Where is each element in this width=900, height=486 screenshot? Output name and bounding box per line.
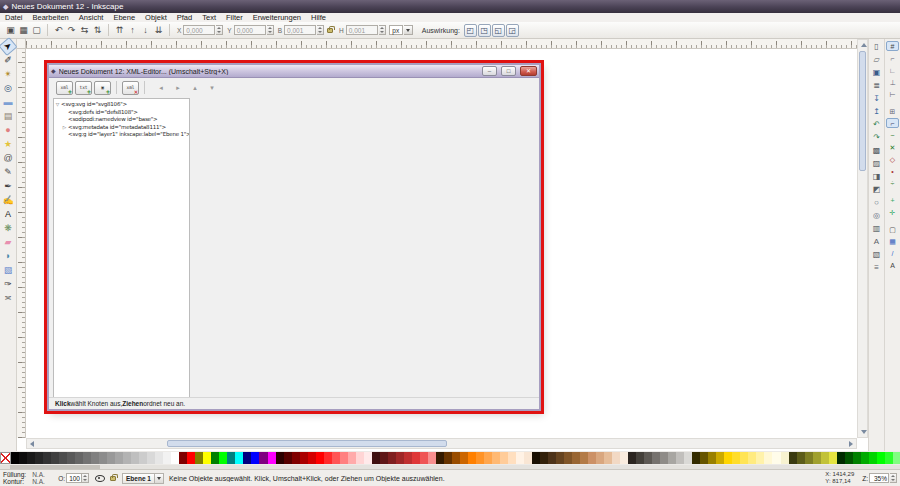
color-swatch[interactable] [219,452,227,464]
menu-item[interactable]: Ansicht [74,13,109,22]
color-swatch[interactable] [572,452,580,464]
menu-item[interactable]: Hilfe [306,13,331,22]
new-document-button[interactable]: ▯ [870,41,883,52]
color-swatch[interactable] [772,452,780,464]
scroll-left-icon[interactable] [30,441,34,447]
x-field[interactable]: 0,000 [183,25,215,35]
menu-item[interactable]: Text [197,13,221,22]
color-swatch[interactable] [700,452,708,464]
color-swatch[interactable] [580,452,588,464]
zoom-drawing-button[interactable]: ○ [870,197,883,208]
text-dialog-button[interactable]: A [870,236,883,247]
color-swatch[interactable] [131,452,139,464]
scroll-down-icon[interactable] [861,430,867,434]
spray-tool[interactable]: ❋ [1,222,15,235]
color-swatch[interactable] [853,452,861,464]
color-swatch[interactable] [43,452,51,464]
xml-tree-node[interactable]: <svg:defs id="defs8108"> [54,109,189,117]
color-swatch[interactable] [163,452,171,464]
star-tool[interactable]: ★ [1,138,15,151]
color-swatch[interactable] [428,452,436,464]
color-swatch[interactable] [532,452,540,464]
paste-button[interactable]: ▨ [870,158,883,169]
color-swatch[interactable] [171,452,179,464]
redo-button[interactable]: ↷ [870,132,883,143]
color-swatch[interactable] [460,452,468,464]
delete-node-button[interactable]: xml ✕ [122,81,139,95]
color-swatch[interactable] [179,452,187,464]
lower-to-bottom-button[interactable]: ⇊ [152,24,165,37]
move-node-down-button[interactable]: ▾ [206,82,218,94]
color-swatch[interactable] [139,452,147,464]
color-swatch[interactable] [268,452,276,464]
color-swatch[interactable] [251,452,259,464]
dropper-tool[interactable]: ✑ [1,278,15,291]
color-swatch[interactable] [11,452,19,464]
color-swatch[interactable] [187,452,195,464]
color-swatch[interactable] [684,452,692,464]
x-field-spinner[interactable] [216,25,223,35]
unit-select[interactable]: px [389,25,403,35]
lock-ratio-icon[interactable] [327,28,333,33]
indent-node-button[interactable]: ▸ [172,82,184,94]
color-swatch[interactable] [628,452,636,464]
color-swatch[interactable] [420,452,428,464]
layer-lock-icon[interactable] [110,476,116,481]
color-swatch[interactable] [588,452,596,464]
width-field-spinner[interactable] [317,25,324,35]
scale-stroke-toggle[interactable]: ◰ [464,24,477,37]
color-swatch[interactable] [300,452,308,464]
color-swatch[interactable] [476,452,484,464]
raise-button[interactable]: ↑ [126,24,139,37]
color-swatch[interactable] [284,452,292,464]
calligraphy-tool[interactable]: ✍ [1,194,15,207]
opacity-spinner[interactable] [82,473,89,483]
export-button[interactable]: ↥ [870,106,883,117]
color-swatch[interactable] [708,452,716,464]
horizontal-ruler[interactable] [26,39,857,49]
color-swatch[interactable] [716,452,724,464]
duplicate-node-button[interactable]: ▣ + [94,81,111,95]
color-swatch[interactable] [195,452,203,464]
snap-bbox-midpoint-button[interactable]: ⊢ [886,89,899,99]
gradient-tool[interactable]: ▧ [1,264,15,277]
horizontal-scrollbar[interactable] [26,438,857,449]
snap-enable-button[interactable]: # [886,41,899,51]
color-swatch[interactable] [67,452,75,464]
color-swatch[interactable] [540,452,548,464]
color-swatch[interactable] [644,452,652,464]
color-swatch[interactable] [740,452,748,464]
color-swatch[interactable] [404,452,412,464]
ellipse-tool[interactable]: ● [1,124,15,137]
xml-tree-node[interactable]: ▷ <svg:metadata id="metadata8111"> [54,124,189,132]
fill-value[interactable]: N.A. [32,471,50,479]
snap-text-baseline-button[interactable]: A [886,260,899,270]
color-swatch[interactable] [107,452,115,464]
scroll-up-icon[interactable] [861,43,867,47]
color-swatch[interactable] [596,452,604,464]
color-swatch[interactable] [732,452,740,464]
flip-horizontal-button[interactable]: ⇆ [78,24,91,37]
color-swatch[interactable] [444,452,452,464]
zoom-tool[interactable]: ◎ [1,82,15,95]
unit-dropdown-icon[interactable] [404,25,413,35]
rectangle-tool[interactable]: ▬ [1,96,15,109]
print-button[interactable]: ≣ [870,80,883,91]
color-swatch[interactable] [724,452,732,464]
color-swatch[interactable] [227,452,235,464]
select-all-button[interactable]: ▣ [4,24,17,37]
unindent-node-button[interactable]: ◂ [155,82,167,94]
snap-guide-button[interactable]: / [886,248,899,258]
color-swatch[interactable] [692,452,700,464]
dialog-close-button[interactable]: ✕ [520,66,537,76]
menu-item[interactable]: Ebene [108,13,140,22]
color-swatch[interactable] [75,452,83,464]
color-swatch[interactable] [756,452,764,464]
xml-tree-node[interactable]: ▽ <svg:svg id="svg8106"> [54,101,189,109]
layer-dropdown-icon[interactable] [155,473,164,484]
tweak-tool[interactable]: ✴ [1,68,15,81]
color-swatch[interactable] [829,452,837,464]
color-swatch[interactable] [861,452,869,464]
color-swatch[interactable] [492,452,500,464]
color-swatch[interactable] [789,452,797,464]
